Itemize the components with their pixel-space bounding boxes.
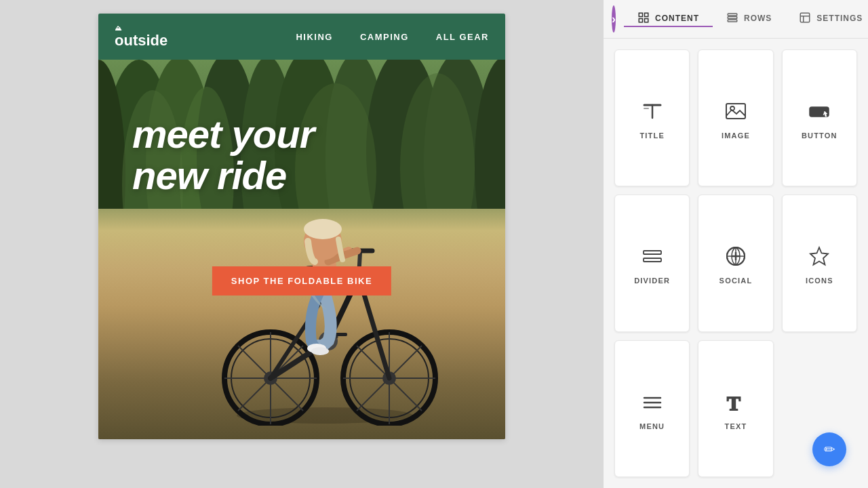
hero-headline: meet your new ride (132, 114, 314, 197)
icons-icon (807, 244, 831, 268)
content-item-divider[interactable]: DIVIDER (614, 195, 690, 331)
hero-headline-line2: new ride (132, 155, 314, 197)
svg-rect-50 (639, 18, 642, 22)
arrow-right-icon: › (612, 12, 616, 26)
svg-marker-72 (810, 247, 828, 265)
email-hero: meet your new ride SHOP THE FOLDABLE BIK… (98, 60, 505, 439)
content-item-social[interactable]: SOCIAL (698, 195, 773, 331)
right-panel: › CONTENT ROWS (604, 0, 868, 488)
content-item-text-label: TEXT (725, 422, 747, 430)
image-icon (724, 99, 748, 123)
content-item-image[interactable]: IMAGE (698, 49, 773, 186)
button-icon (807, 99, 831, 123)
rows-tab-label: ROWS (744, 14, 772, 23)
content-item-menu-label: MENU (639, 422, 665, 430)
tab-rows[interactable]: ROWS (713, 12, 785, 27)
svg-rect-55 (801, 13, 810, 22)
divider-icon (640, 244, 665, 268)
email-preview: ⛰ outside HIKING CAMPING ALL GEAR (98, 14, 505, 439)
svg-rect-51 (645, 18, 648, 22)
content-item-icons-label: ICONS (806, 277, 833, 285)
tab-content[interactable]: CONTENT (624, 12, 713, 27)
hero-headline-line1: meet your (132, 114, 314, 155)
nav-item-all-gear[interactable]: ALL GEAR (436, 32, 489, 42)
svg-point-45 (304, 219, 342, 239)
hero-cta-button[interactable]: SHOP THE FOLDABLE BIKE (212, 266, 391, 296)
svg-rect-43 (335, 333, 347, 336)
svg-text:T: T (727, 392, 741, 414)
svg-rect-52 (728, 14, 737, 16)
nav-item-hiking[interactable]: HIKING (296, 32, 333, 42)
menu-icon (640, 390, 665, 414)
svg-point-47 (311, 347, 329, 355)
content-grid: TITLE IMAGE BUTTON (604, 39, 868, 488)
settings-tab-label: SETTINGS (816, 14, 863, 23)
fab-icon: ✏ (824, 441, 835, 458)
content-item-text[interactable]: T TEXT (698, 340, 773, 477)
svg-rect-64 (644, 251, 661, 254)
content-item-image-label: IMAGE (722, 131, 750, 140)
content-item-button-label: BUTTON (802, 131, 837, 140)
content-item-menu[interactable]: MENU (614, 340, 690, 477)
fab-button[interactable]: ✏ (812, 432, 846, 466)
svg-rect-53 (728, 16, 737, 18)
rows-tab-icon (726, 12, 738, 26)
settings-tab-icon (799, 12, 811, 26)
content-item-divider-label: DIVIDER (634, 277, 670, 285)
text-icon: T (724, 390, 748, 414)
svg-rect-49 (645, 13, 648, 16)
nav-item-camping[interactable]: CAMPING (360, 32, 409, 42)
content-tab-icon (637, 12, 650, 26)
panel-back-button[interactable]: › (612, 5, 616, 33)
content-item-button[interactable]: BUTTON (782, 49, 857, 186)
content-item-social-label: SOCIAL (719, 277, 753, 285)
tab-settings[interactable]: SETTINGS (785, 12, 868, 27)
content-item-title[interactable]: TITLE (614, 49, 690, 186)
svg-rect-48 (639, 13, 642, 16)
email-nav-items: HIKING CAMPING ALL GEAR (296, 32, 489, 42)
preview-area: ⛰ outside HIKING CAMPING ALL GEAR (0, 0, 604, 488)
content-item-icons[interactable]: ICONS (782, 195, 857, 331)
panel-header: › CONTENT ROWS (604, 0, 868, 39)
logo-mountain-icon: ⛰ (115, 25, 121, 32)
social-icon (724, 244, 748, 268)
content-tab-label: CONTENT (655, 14, 699, 23)
svg-rect-65 (644, 258, 661, 262)
brand-name: outside (115, 33, 167, 48)
brand-logo: ⛰ outside (115, 25, 167, 48)
content-item-title-label: TITLE (639, 131, 665, 140)
svg-rect-61 (726, 104, 745, 119)
title-icon (640, 99, 665, 123)
svg-rect-54 (728, 20, 737, 22)
email-nav: ⛰ outside HIKING CAMPING ALL GEAR (98, 14, 505, 60)
